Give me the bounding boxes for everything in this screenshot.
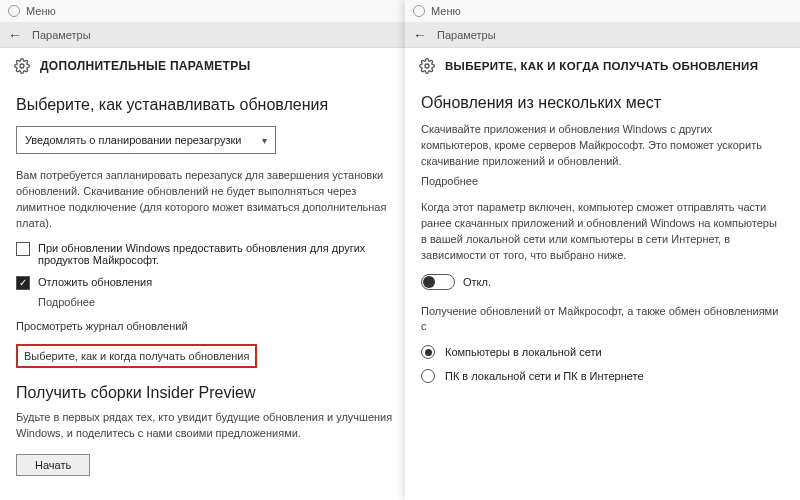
window-title: Меню [26, 5, 56, 17]
toggle-row: Откл. [421, 274, 784, 290]
gear-icon [14, 58, 30, 74]
radio-unselected-icon [421, 369, 435, 383]
more-link[interactable]: Подробнее [421, 174, 784, 190]
highlight-box: Выберите, как и когда получать обновлени… [16, 344, 257, 368]
nav-row: ← Параметры [405, 22, 800, 48]
page-header: ДОПОЛНИТЕЛЬНЫЕ ПАРАМЕТРЫ [0, 48, 420, 80]
window-titlebar: Меню [405, 0, 800, 22]
page-body: Обновления из нескольких мест Скачивайте… [405, 80, 800, 405]
svg-point-0 [20, 64, 24, 68]
svg-point-1 [425, 64, 429, 68]
checkbox-other-products-row[interactable]: При обновлении Windows предоставить обно… [16, 242, 404, 266]
install-section-title: Выберите, как устанавливать обновления [16, 96, 404, 114]
checkbox-checked-icon: ✓ [16, 276, 30, 290]
toggle-label: Откл. [463, 276, 491, 288]
app-icon [413, 5, 425, 17]
insider-start-button[interactable]: Начать [16, 454, 90, 476]
toggle-knob-icon [423, 276, 435, 288]
radio-selected-icon [421, 345, 435, 359]
radio-lan-row[interactable]: Компьютеры в локальной сети [421, 345, 784, 359]
insider-title: Получить сборки Insider Preview [16, 384, 404, 402]
chevron-down-icon: ▾ [262, 135, 267, 146]
multi-source-title: Обновления из нескольких мест [421, 94, 784, 112]
insider-description: Будьте в первых рядах тех, кто увидит бу… [16, 410, 404, 442]
defer-more-link[interactable]: Подробнее [38, 296, 404, 308]
install-mode-dropdown[interactable]: Уведомлять о планировании перезагрузки ▾ [16, 126, 276, 154]
radio-internet-row[interactable]: ПК в локальной сети и ПК в Интернете [421, 369, 784, 383]
multi-source-detail: Когда этот параметр включен, компьютер с… [421, 200, 784, 264]
breadcrumb[interactable]: Параметры [32, 29, 91, 41]
multi-source-description: Скачивайте приложения и обновления Windo… [421, 122, 784, 170]
history-link[interactable]: Просмотреть журнал обновлений [16, 320, 404, 332]
radio-label: Компьютеры в локальной сети [445, 346, 602, 358]
gear-icon [419, 58, 435, 74]
page-body: Выберите, как устанавливать обновления У… [0, 80, 420, 488]
delivery-toggle[interactable] [421, 274, 455, 290]
page-header: ВЫБЕРИТЕ, КАК И КОГДА ПОЛУЧАТЬ ОБНОВЛЕНИ… [405, 48, 800, 80]
checkbox-label: При обновлении Windows предоставить обно… [38, 242, 404, 266]
app-icon [8, 5, 20, 17]
nav-row: ← Параметры [0, 22, 420, 48]
window-titlebar: Меню [0, 0, 420, 22]
share-with-text: Получение обновлений от Майкрософт, а та… [421, 304, 784, 336]
install-description: Вам потребуется запланировать перезапуск… [16, 168, 404, 232]
page-title: ДОПОЛНИТЕЛЬНЫЕ ПАРАМЕТРЫ [40, 59, 251, 73]
page-title: ВЫБЕРИТЕ, КАК И КОГДА ПОЛУЧАТЬ ОБНОВЛЕНИ… [445, 60, 758, 72]
settings-delivery-pane: Меню ← Параметры ВЫБЕРИТЕ, КАК И КОГДА П… [405, 0, 800, 500]
window-title: Меню [431, 5, 461, 17]
radio-label: ПК в локальной сети и ПК в Интернете [445, 370, 644, 382]
checkbox-defer-row[interactable]: ✓ Отложить обновления [16, 276, 404, 290]
checkbox-label: Отложить обновления [38, 276, 152, 288]
back-icon[interactable]: ← [413, 27, 427, 43]
breadcrumb[interactable]: Параметры [437, 29, 496, 41]
dropdown-value: Уведомлять о планировании перезагрузки [25, 134, 241, 146]
choose-delivery-link[interactable]: Выберите, как и когда получать обновлени… [16, 344, 404, 368]
back-icon[interactable]: ← [8, 27, 22, 43]
settings-advanced-pane: Меню ← Параметры ДОПОЛНИТЕЛЬНЫЕ ПАРАМЕТР… [0, 0, 420, 500]
checkbox-unchecked-icon [16, 242, 30, 256]
